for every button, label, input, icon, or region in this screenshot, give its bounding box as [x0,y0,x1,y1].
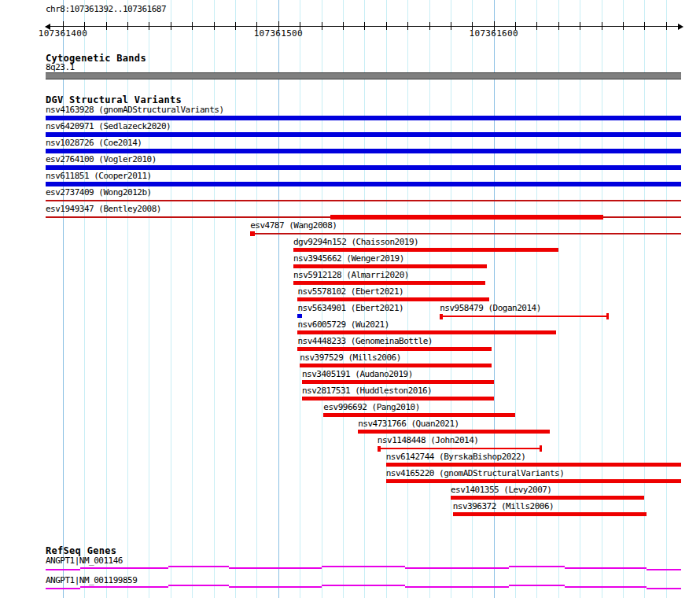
variant-label: nsv5578102 (Ebert2021) [297,287,403,296]
cytoband-bar[interactable] [46,72,681,79]
cytoband-label: 8q23.1 [46,63,75,72]
gridline [602,0,602,598]
gridline [192,0,193,598]
axis-tick [106,22,107,30]
gene-feature[interactable] [229,586,322,588]
variant-label: nsv396372 (Mills2006) [453,502,554,511]
gridline [84,0,85,598]
gene-feature[interactable] [46,588,80,589]
variant-feature-right-terminator[interactable] [606,313,609,319]
axis-tick [580,22,580,30]
axis-tick-label: 107361400 [39,29,87,38]
gene-feature[interactable] [168,585,229,586]
variant-feature[interactable] [46,182,681,186]
variant-feature[interactable] [250,233,681,234]
gene-feature[interactable] [322,566,406,567]
variant-label: nsv4165220 (gnomADStructuralVariants) [386,469,565,478]
variant-feature-thick-segment[interactable] [330,215,604,220]
gene-feature[interactable] [46,569,80,570]
variant-label: dgv9294n152 (Chaisson2019) [293,238,418,246]
axis-tick [623,22,624,30]
variant-feature-right-terminator[interactable] [540,445,542,452]
variant-feature[interactable] [386,463,681,467]
variant-label: esv2764100 (Vogler2010) [46,155,157,164]
variant-label: nsv6142744 (ByrskaBishop2022) [386,452,526,461]
gene-feature[interactable] [509,585,565,586]
variant-label: esv1949347 (Bentley2008) [46,205,161,213]
axis-tick [558,22,559,30]
variant-feature-thick-segment[interactable] [250,231,254,236]
variant-feature[interactable] [297,347,492,351]
axis-tick [602,22,602,30]
axis-tick [149,22,149,30]
gridline [106,0,107,598]
gene-feature[interactable] [565,567,647,569]
gene-feature[interactable] [229,567,322,569]
variant-feature[interactable] [453,512,647,516]
variant-feature[interactable] [46,116,681,120]
variant-feature[interactable] [46,149,681,153]
variant-feature[interactable] [46,132,681,137]
variant-feature-left-terminator[interactable] [440,314,443,319]
gene-feature[interactable] [565,586,647,588]
variant-feature[interactable] [440,316,608,317]
axis-tick [171,22,171,30]
axis-tick [235,22,236,30]
variant-label: nsv5634901 (Ebert2021) [297,304,403,312]
variant-feature[interactable] [358,430,550,434]
gene-feature[interactable] [647,588,681,589]
variant-label: esv2737409 (Wong2012b) [46,188,152,197]
variant-label: nsv6005729 (Wu2021) [297,320,389,329]
variant-feature[interactable] [323,413,515,417]
axis-tick [127,22,128,30]
gene-feature[interactable] [80,567,168,569]
variant-label: nsv5912128 (Almarri2020) [293,271,409,279]
variant-feature[interactable] [300,364,492,367]
axis-tick [343,22,344,30]
gridline [644,0,645,598]
variant-label: esv1401355 (Levy2007) [451,485,552,494]
variant-label: nsv1028726 (Coe2014) [46,138,142,147]
gene-feature[interactable] [168,566,229,567]
gridline [558,0,559,598]
variant-feature[interactable] [302,380,494,384]
variant-feature[interactable] [46,165,681,170]
variant-feature[interactable] [386,479,681,483]
gene-feature[interactable] [322,585,406,586]
variant-feature[interactable] [46,200,681,201]
gridline [127,0,128,598]
variant-label: nsv2817531 (Huddleston2016) [302,386,432,395]
axis-tick [322,22,322,30]
axis-right-arrow [678,24,683,30]
axis-tick-label: 107361500 [254,29,303,38]
gridline [256,0,257,598]
gene-feature[interactable] [647,569,681,570]
variant-feature-left-terminator[interactable] [378,446,381,452]
variant-feature[interactable] [451,496,645,500]
variant-feature[interactable] [297,330,556,334]
track-title-dgv-structural-variants: DGV Structural Variants [46,95,182,105]
genome-browser-view: chr8:107361392..107361687 10736140010736… [0,0,700,598]
gene-feature[interactable] [405,586,508,588]
variant-feature[interactable] [293,248,558,252]
gene-feature[interactable] [80,586,168,588]
gene-feature[interactable] [405,567,508,569]
gene-feature[interactable] [509,566,565,567]
variant-label: nsv4163928 (gnomADStructuralVariants) [46,105,224,114]
variant-feature[interactable] [378,448,541,449]
variant-feature[interactable] [297,297,489,301]
axis-tick [364,22,365,30]
variant-feature[interactable] [297,314,301,318]
gridline [235,0,236,598]
axis-tick [386,22,387,30]
variant-label: nsv3405191 (Audano2019) [302,370,413,378]
variant-feature[interactable] [293,281,485,285]
variant-label: nsv6420971 (Sedlazeck2020) [46,122,171,131]
track-title-refseq-genes: RefSeq Genes [46,546,116,556]
axis-tick [429,22,430,30]
variant-feature[interactable] [293,264,488,268]
variant-label: nsv611851 (Cooper2011) [46,172,152,180]
axis-tick [192,22,193,30]
region-label: chr8:107361392..107361687 [46,5,166,13]
variant-feature[interactable] [302,397,494,401]
